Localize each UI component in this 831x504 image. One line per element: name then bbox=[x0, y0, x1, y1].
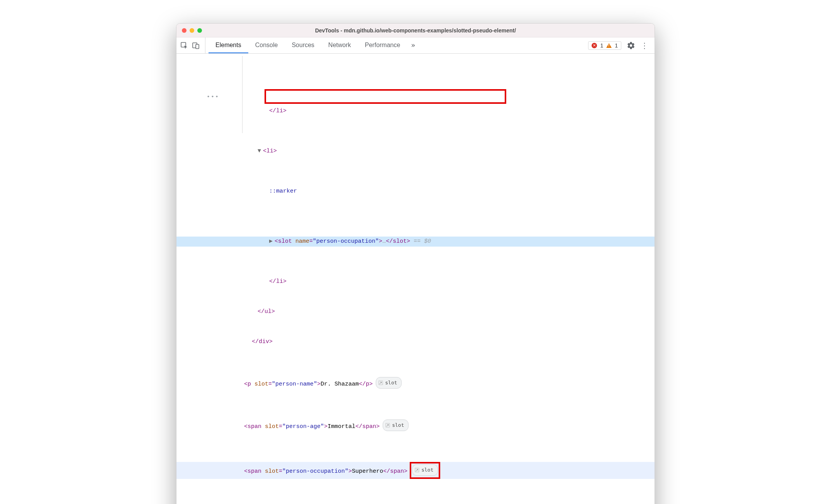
tree-row[interactable]: </li> bbox=[176, 277, 655, 287]
tab-elements[interactable]: Elements bbox=[209, 37, 248, 53]
traffic-lights bbox=[182, 28, 202, 33]
warning-icon bbox=[606, 43, 612, 48]
selected-tree-row[interactable]: ▶<slot name="person-occupation">…</slot>… bbox=[176, 237, 655, 247]
text-content: Dr. Shazaam bbox=[321, 381, 359, 387]
inspect-element-icon[interactable] bbox=[180, 42, 188, 49]
tab-network[interactable]: Network bbox=[321, 37, 358, 53]
error-count: 1 bbox=[600, 42, 603, 49]
kebab-menu-icon[interactable]: ⋮ bbox=[641, 41, 648, 50]
panel-tabs: Elements Console Sources Network Perform… bbox=[209, 37, 419, 53]
disclosure-triangle-right-icon[interactable]: ▶ bbox=[269, 237, 275, 247]
pseudo-element-marker: ::marker bbox=[269, 188, 297, 194]
tab-sources[interactable]: Sources bbox=[285, 37, 321, 53]
reveal-slot-badge[interactable]: slot bbox=[383, 419, 408, 431]
warning-count: 1 bbox=[615, 42, 618, 49]
annotation-highlight-box: slot bbox=[410, 462, 440, 479]
main-toolbar: Elements Console Sources Network Perform… bbox=[176, 37, 655, 54]
reveal-slot-badge[interactable]: slot bbox=[376, 377, 401, 389]
tree-guide-line bbox=[242, 56, 243, 133]
text-content: Immortal bbox=[327, 423, 355, 430]
tab-console[interactable]: Console bbox=[248, 37, 285, 53]
more-tabs-icon[interactable]: » bbox=[411, 41, 415, 49]
tree-row[interactable]: </div> bbox=[176, 337, 655, 347]
error-icon: ✕ bbox=[592, 43, 597, 48]
tree-row[interactable]: </ul> bbox=[176, 307, 655, 317]
annotation-highlight-box bbox=[265, 89, 506, 104]
devtools-window: DevTools - mdn.github.io/web-components-… bbox=[176, 23, 655, 504]
minimize-window-button[interactable] bbox=[190, 28, 194, 33]
tree-row[interactable]: <p slot="person-name">Dr. Shazaam</p>slo… bbox=[176, 377, 655, 389]
tree-row-hover[interactable]: <span slot="person-occupation">Superhero… bbox=[176, 462, 655, 479]
gutter-actions-icon[interactable]: ••• bbox=[207, 92, 219, 102]
titlebar: DevTools - mdn.github.io/web-components-… bbox=[176, 24, 655, 37]
close-window-button[interactable] bbox=[182, 28, 187, 33]
reveal-slot-badge[interactable]: slot bbox=[412, 464, 438, 476]
tree-row[interactable]: <span slot="person-age">Immortal</span>s… bbox=[176, 419, 655, 432]
svg-rect-2 bbox=[196, 44, 199, 49]
maximize-window-button[interactable] bbox=[197, 28, 202, 33]
settings-icon[interactable] bbox=[627, 41, 635, 50]
text-content: Superhero bbox=[352, 468, 383, 475]
dom-tree[interactable]: ••• </li> ▼<li> ::marker ▶<slot name="pe… bbox=[176, 54, 655, 504]
device-toolbar-icon[interactable] bbox=[192, 42, 200, 49]
tree-row[interactable]: </li> bbox=[176, 106, 655, 116]
issue-counter[interactable]: ✕ 1 1 bbox=[588, 41, 621, 50]
window-title: DevTools - mdn.github.io/web-components-… bbox=[202, 27, 629, 34]
tab-performance[interactable]: Performance bbox=[358, 37, 407, 53]
tree-row[interactable]: ▼<li> bbox=[176, 146, 655, 156]
disclosure-triangle-down-icon[interactable]: ▼ bbox=[258, 146, 263, 156]
tree-row[interactable]: ::marker bbox=[176, 186, 655, 196]
